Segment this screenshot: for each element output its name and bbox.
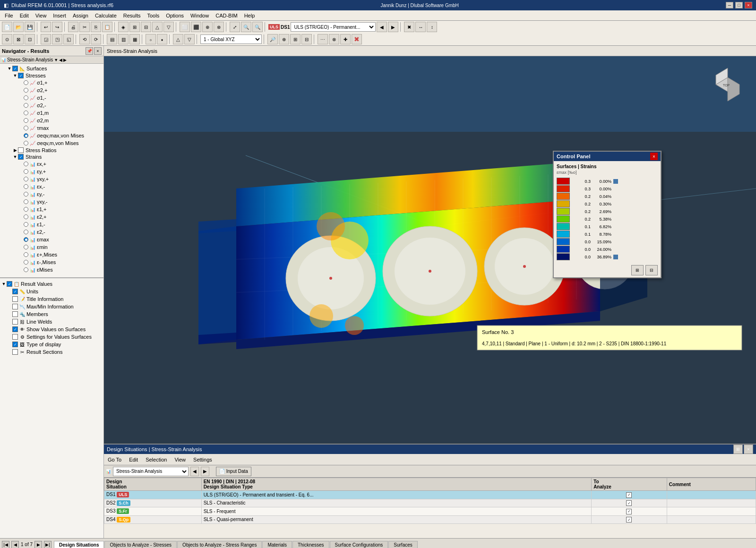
result-values-check[interactable]: ✓ (7, 281, 12, 287)
ds-checkbox-1[interactable]: ✓ (626, 500, 632, 506)
tb-paste[interactable]: 📋 (102, 22, 112, 32)
tree-e1minus[interactable]: 📊 ε1,- (0, 221, 103, 228)
bottom-tab-1[interactable]: Objects to Analyze - Stresses (104, 541, 177, 548)
tree-sigma1mid[interactable]: 📈 σ1,m (0, 109, 103, 117)
tree-title-info[interactable]: 📝 Title Information (0, 295, 103, 303)
tb-btn-i[interactable]: ⊗ (214, 22, 224, 32)
tree-gxyminus[interactable]: 📊 γxy,- (0, 198, 103, 206)
ds-table-row-0[interactable]: DS1 ULSULS (STR/GEO) - Permanent and tra… (104, 491, 756, 499)
menu-cad-bim[interactable]: CAD-BIM (213, 12, 240, 19)
ds-selection[interactable]: Selection (144, 456, 169, 463)
ds-next-btn[interactable]: ▶ (201, 467, 209, 476)
nav-pin-btn[interactable]: 📌 (86, 47, 93, 55)
strains-check[interactable]: ✓ (18, 154, 24, 160)
tree-settings-values[interactable]: ⚙ Settings for Values Surfaces (0, 333, 103, 341)
tb2-btn-q[interactable]: ⊕ (279, 34, 289, 44)
line-welds-check[interactable] (12, 319, 18, 325)
tb2-btn-a[interactable]: ⊙ (2, 34, 12, 44)
nav-tab-prev[interactable]: ◀ (59, 58, 62, 62)
e2minus-radio[interactable] (24, 230, 28, 234)
ds-table-row-3[interactable]: DS4 S.QpSLS - Quasi-permanent✓ (104, 515, 756, 524)
tb-btn-c[interactable]: ⊟ (141, 22, 151, 32)
menu-help[interactable]: Help (241, 12, 258, 19)
result-sections-check[interactable] (12, 349, 18, 355)
navigator-controls[interactable]: 📌 × (86, 47, 102, 55)
ds-view[interactable]: View (172, 456, 188, 463)
tree-e2minus[interactable]: 📊 ε2,- (0, 228, 103, 236)
tree-explus[interactable]: 📊 εx,+ (0, 160, 103, 168)
emin-radio[interactable] (24, 245, 28, 249)
ds-input-data-btn[interactable]: 📄 Input Data (216, 467, 251, 476)
gxyminus-radio[interactable] (24, 199, 28, 204)
menu-tools[interactable]: Tools (144, 12, 162, 19)
tb-redo[interactable]: ↪ (52, 22, 62, 32)
legend-slider-10[interactable] (613, 255, 618, 259)
e1minus-radio[interactable] (24, 222, 28, 227)
bottom-tab-5[interactable]: Surface Configurations (330, 541, 388, 548)
bottom-tab-6[interactable]: Surfaces (388, 541, 417, 548)
tree-gxyplus[interactable]: 📊 γxy,+ (0, 175, 103, 183)
tb-btn-d[interactable]: △ (152, 22, 163, 32)
bottom-tab-2[interactable]: Objects to Analyze - Stress Ranges (177, 541, 262, 548)
tree-sigma1m[interactable]: 📈 σ1,- (0, 94, 103, 102)
tree-eplusmises[interactable]: 📊 ε+,Mises (0, 251, 103, 258)
tb-btn-a[interactable]: ◈ (118, 22, 129, 32)
cp-close-btn[interactable]: × (650, 153, 658, 160)
stresses-toggle[interactable]: ▼ (12, 73, 18, 78)
tb2-btn-h[interactable]: ⟳ (91, 34, 101, 44)
ds-checkbox-0[interactable]: ✓ (626, 492, 632, 498)
tree-stress-ratios[interactable]: ▶ Stress Ratios (0, 147, 103, 154)
tb-open[interactable]: 📂 (13, 22, 24, 32)
tree-strains[interactable]: ▼ ✓ Strains (0, 154, 103, 160)
ds-edit[interactable]: Edit (127, 456, 140, 463)
close-btn[interactable]: × (745, 2, 752, 9)
sigma2m-radio[interactable] (24, 103, 28, 108)
tb2-btn-u[interactable]: ⊗ (329, 34, 339, 44)
tb2-btn-e[interactable]: ◳ (52, 34, 62, 44)
tb2-btn-o[interactable]: ▽ (184, 34, 195, 44)
stress-ratios-check[interactable] (18, 147, 24, 153)
title-bar-controls[interactable]: ─ □ × (726, 2, 752, 9)
sigma1p-radio[interactable] (24, 80, 28, 85)
tb-save[interactable]: 💾 (25, 22, 35, 32)
page-first-btn[interactable]: |◀ (2, 541, 9, 548)
menu-view[interactable]: View (33, 12, 50, 19)
tb2-btn-r[interactable]: ⊞ (290, 34, 301, 44)
bottom-tab-4[interactable]: Thicknesses (292, 541, 329, 548)
strains-toggle[interactable]: ▼ (12, 154, 18, 160)
ds-settings[interactable]: Settings (191, 456, 214, 463)
menu-file[interactable]: File (2, 12, 16, 19)
ds-analysis-select[interactable]: Stress-Strain Analysis (113, 467, 189, 476)
nav-tab-next[interactable]: ▶ (63, 58, 67, 62)
tree-eminusmises[interactable]: 📊 ε-,Mises (0, 258, 103, 266)
show-values-check[interactable]: ✓ (12, 326, 18, 332)
tree-eyminus[interactable]: 📊 εy,- (0, 190, 103, 198)
load-combo-select[interactable]: ULS (STR/GEO) - Permanent... (291, 22, 376, 32)
ds-cell-check-0[interactable]: ✓ (592, 491, 667, 499)
tb2-btn-l[interactable]: ⬦ (146, 34, 156, 44)
nav-tab-active[interactable]: 📊 Stress-Strain Analysis ▼ ◀ ▶ (1, 57, 67, 62)
surfaces-check[interactable]: ✓ (12, 66, 18, 71)
eyplus-radio[interactable] (24, 169, 28, 174)
explus-radio[interactable] (24, 162, 28, 166)
tb-btn-b[interactable]: ⊞ (129, 22, 140, 32)
emax-radio[interactable] (24, 237, 28, 242)
page-next-btn[interactable]: ▶ (34, 541, 42, 548)
tree-taumax[interactable]: 📈 τmax (0, 124, 103, 132)
tree-line-welds[interactable]: ⛓ Line Welds (0, 318, 103, 325)
ds-expand-btn[interactable]: ⊞ (733, 445, 743, 454)
settings-values-check[interactable] (12, 334, 18, 340)
tb-new[interactable]: 📄 (2, 22, 12, 32)
tree-exminus[interactable]: 📊 εx,- (0, 183, 103, 190)
tb-btn-x[interactable]: ✖ (404, 22, 414, 32)
tb-btn-y[interactable]: ↔ (415, 22, 426, 32)
title-info-check[interactable] (12, 296, 18, 302)
eplusmises-radio[interactable] (24, 252, 28, 257)
tree-emisesall[interactable]: 📊 εMises (0, 266, 103, 274)
units-check[interactable]: ✓ (12, 289, 18, 294)
taumax-radio[interactable] (24, 126, 28, 130)
input-data-button[interactable]: 📄 Input Data (216, 467, 251, 476)
tree-eyplus[interactable]: 📊 εy,+ (0, 168, 103, 175)
tb2-btn-d[interactable]: ◲ (41, 34, 51, 44)
tb2-btn-n[interactable]: △ (173, 34, 183, 44)
